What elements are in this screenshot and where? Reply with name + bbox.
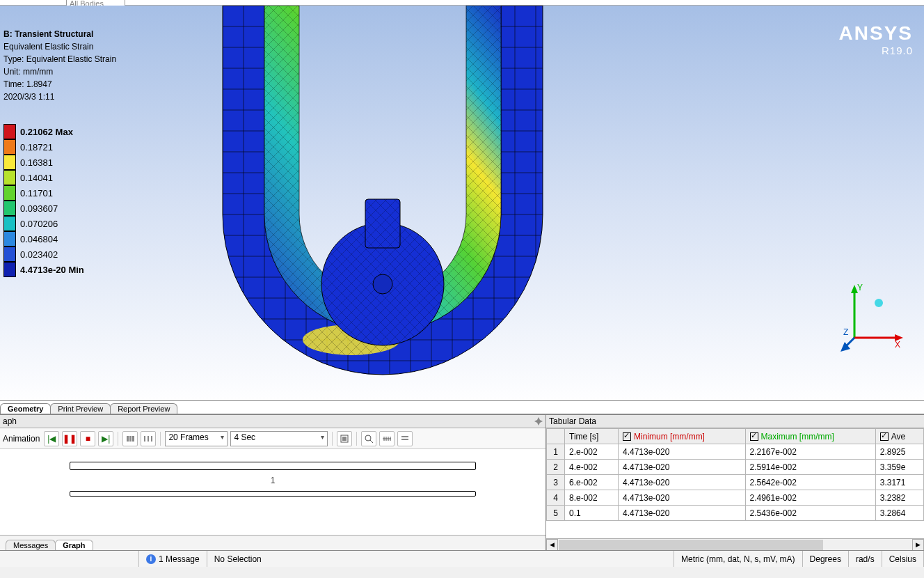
info-icon: i xyxy=(146,554,156,564)
contour-legend: 0.21062 Max0.187210.163810.140410.117010… xyxy=(3,124,84,277)
svg-point-5 xyxy=(373,274,392,294)
legend-swatch xyxy=(3,185,16,201)
status-angle: Degrees xyxy=(803,551,849,567)
time-track[interactable] xyxy=(70,462,476,470)
legend-swatch xyxy=(3,216,16,231)
legend-label: 0.046804 xyxy=(20,234,58,244)
legend-swatch xyxy=(3,170,16,185)
legend-swatch xyxy=(3,262,16,277)
scroll-right-icon[interactable]: ▶ xyxy=(912,539,924,551)
legend-label: 0.070206 xyxy=(20,219,58,229)
col-minimum[interactable]: Minimum [mm/mm] xyxy=(618,429,745,444)
legend-swatch xyxy=(3,247,16,262)
zoom-fit-icon[interactable] xyxy=(361,431,376,446)
graph-pane: aph Animation |◀ ❚❚ ■ ▶| 20 Frames 4 Sec xyxy=(0,415,546,550)
table-row[interactable]: 24.e-0024.4713e-0202.5914e-0023.359e xyxy=(547,460,924,475)
graph-lower-tabs: Messages Graph xyxy=(0,535,545,550)
track-caption: 1 xyxy=(28,476,518,485)
graph-pane-title: aph xyxy=(0,415,545,428)
svg-text:X: X xyxy=(895,340,900,350)
legend-swatch xyxy=(3,124,16,139)
status-temp: Celsius xyxy=(882,551,924,567)
legend-label: 0.093607 xyxy=(20,203,58,214)
table-row[interactable]: 36.e-0024.4713e-0202.5642e-0023.3171 xyxy=(547,475,924,490)
status-bar: i 1 Message No Selection Metric (mm, dat… xyxy=(0,550,924,567)
frames-combo[interactable]: 20 Frames xyxy=(165,431,228,446)
status-messages[interactable]: i 1 Message xyxy=(139,551,207,567)
result-info: B: Transient Structural Equivalent Elast… xyxy=(3,28,116,103)
tab-geometry[interactable]: Geometry xyxy=(0,403,51,414)
tab-messages[interactable]: Messages xyxy=(6,540,56,550)
legend-label: 0.16381 xyxy=(20,157,53,168)
animation-toolbar: Animation |◀ ❚❚ ■ ▶| 20 Frames 4 Sec xyxy=(0,428,545,449)
animation-label: Animation xyxy=(3,434,40,444)
table-row[interactable]: 50.14.4713e-0202.5436e-0023.2864 xyxy=(547,506,924,521)
svg-rect-34 xyxy=(401,439,408,440)
toolbar-strip: All Bodies xyxy=(0,0,924,6)
svg-point-26 xyxy=(365,435,371,441)
legend-label: 4.4713e-20 Min xyxy=(20,265,84,275)
result-title: B: Transient Structural xyxy=(3,28,116,40)
status-rotation: rad/s xyxy=(849,551,882,567)
legend-swatch xyxy=(3,201,16,216)
prev-frame-button[interactable]: |◀ xyxy=(44,431,59,446)
svg-text:Z: Z xyxy=(843,327,848,337)
svg-rect-19 xyxy=(129,436,132,442)
stop-button[interactable]: ■ xyxy=(80,431,95,446)
scroll-track[interactable] xyxy=(70,491,476,497)
svg-text:Y: Y xyxy=(857,283,863,292)
pin-icon[interactable] xyxy=(534,417,543,425)
legend-label: 0.21062 Max xyxy=(20,127,73,137)
legend-swatch xyxy=(3,155,16,170)
svg-rect-20 xyxy=(132,436,134,442)
status-units: Metric (mm, dat, N, s, mV, mA) xyxy=(674,551,803,567)
status-selection: No Selection xyxy=(207,551,674,567)
legend-label: 0.11701 xyxy=(20,188,53,198)
legend-label: 0.18721 xyxy=(20,142,53,153)
col-time[interactable]: Time [s] xyxy=(565,429,619,444)
tabular-title: Tabular Data xyxy=(546,415,924,428)
tab-graph[interactable]: Graph xyxy=(55,540,93,550)
tab-print-preview[interactable]: Print Preview xyxy=(50,403,111,414)
spaced-frames-icon[interactable] xyxy=(141,431,156,446)
table-row[interactable]: 12.e-0024.4713e-0202.2167e-0022.8925 xyxy=(547,444,924,460)
svg-rect-33 xyxy=(401,436,408,437)
ansys-logo: ANSYS R19.0 xyxy=(839,22,913,56)
duration-combo[interactable]: 4 Sec xyxy=(230,431,328,446)
svg-rect-18 xyxy=(127,436,129,442)
checkbox-icon[interactable] xyxy=(623,432,631,441)
legend-label: 0.14041 xyxy=(20,173,53,183)
pause-button[interactable]: ❚❚ xyxy=(62,431,77,446)
tabular-data-table: Time [s] Minimum [mm/mm] Maximum [mm/mm]… xyxy=(546,428,924,521)
svg-rect-22 xyxy=(148,436,149,442)
distributed-frames-icon[interactable] xyxy=(122,431,138,446)
col-average[interactable]: Ave xyxy=(875,429,923,444)
legend-label: 0.023402 xyxy=(20,249,58,260)
model-render xyxy=(181,6,584,400)
legend-toggle-icon[interactable] xyxy=(397,431,413,446)
scroll-left-icon[interactable]: ◀ xyxy=(546,539,558,551)
graphics-viewport[interactable]: B: Transient Structural Equivalent Elast… xyxy=(0,6,924,400)
scroll-thumb[interactable] xyxy=(559,540,823,550)
view-tabs: Geometry Print Preview Report Preview xyxy=(0,400,924,414)
svg-point-17 xyxy=(875,299,883,307)
svg-rect-25 xyxy=(342,437,346,441)
tabular-pane: Tabular Data Time [s] Minimum [mm/mm] Ma… xyxy=(546,415,924,550)
animation-track: 1 xyxy=(0,449,545,535)
tab-report-preview[interactable]: Report Preview xyxy=(110,403,177,414)
checkbox-icon[interactable] xyxy=(750,432,758,441)
legend-swatch xyxy=(3,139,16,155)
next-frame-button[interactable]: ▶| xyxy=(98,431,113,446)
timeline-icon[interactable] xyxy=(379,431,395,446)
axis-triad[interactable]: Y X Z xyxy=(841,282,903,359)
svg-rect-21 xyxy=(144,436,145,442)
svg-rect-7 xyxy=(365,199,400,248)
horizontal-scrollbar[interactable]: ◀ ▶ xyxy=(546,538,924,550)
svg-line-27 xyxy=(370,440,373,443)
checkbox-icon[interactable] xyxy=(880,432,889,441)
col-maximum[interactable]: Maximum [mm/mm] xyxy=(745,429,875,444)
export-icon[interactable] xyxy=(337,431,352,446)
table-row[interactable]: 48.e-0024.4713e-0202.4961e-0023.2382 xyxy=(547,490,924,506)
legend-swatch xyxy=(3,231,16,247)
svg-rect-23 xyxy=(151,436,152,442)
